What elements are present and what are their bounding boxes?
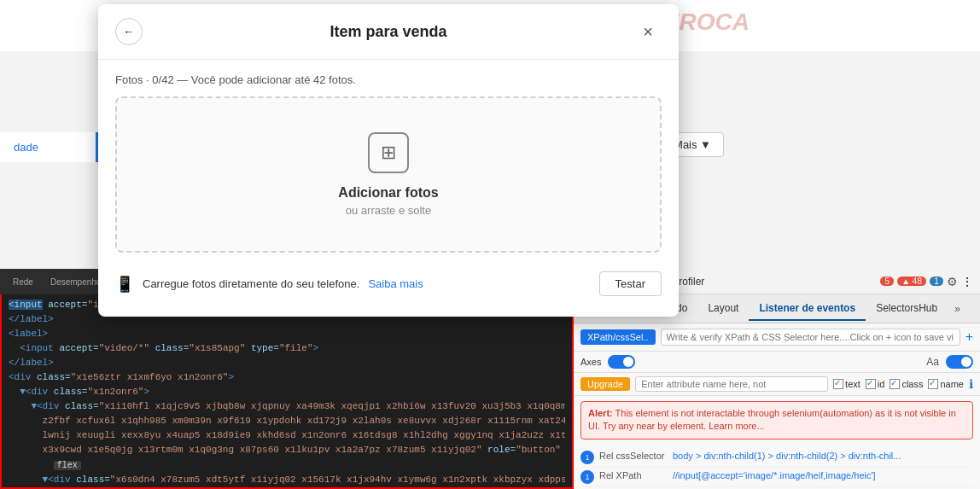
axes-toggle[interactable] bbox=[608, 355, 635, 369]
check-name[interactable]: name bbox=[928, 379, 964, 389]
selector-list: 1 Rel cssSelector body > div:nth-child(1… bbox=[574, 445, 980, 489]
badge-blue1: 1 bbox=[930, 277, 943, 286]
code-line-9: z2fbf xcfux6l x1qhh985 xm0m39n x9f619 x1… bbox=[9, 414, 565, 428]
saiba-mais-link[interactable]: Saiba mais bbox=[368, 277, 423, 290]
axes-row: Axes Aa bbox=[574, 352, 980, 373]
sel-row-1: 1 Rel cssSelector body > div:nth-child(1… bbox=[580, 448, 973, 468]
xpath-input[interactable] bbox=[661, 329, 960, 346]
phone-left: 📱 Carregue fotos diretamente do seu tele… bbox=[115, 275, 423, 294]
xpath-section: XPath/cssSel.. + bbox=[574, 323, 980, 352]
close-button[interactable]: × bbox=[634, 18, 662, 45]
phone-label: Carregue fotos diretamente do seu telefo… bbox=[143, 277, 359, 290]
check-class[interactable]: class bbox=[890, 379, 923, 389]
code-line-10: lwnij xeuugli xexx8yu x4uap5 x18d9ie9 xk… bbox=[9, 428, 565, 443]
badge-red5: 5 bbox=[880, 277, 894, 286]
attribute-input[interactable] bbox=[635, 376, 828, 392]
sel-type-1: Rel cssSelector bbox=[599, 451, 668, 461]
alert-title: Alert: bbox=[588, 408, 613, 418]
code-line-11: x3x9cwd x1e5q0jg x13rtm0m x1q0g3ng x87ps… bbox=[9, 443, 565, 457]
phone-icon: 📱 bbox=[115, 275, 134, 294]
check-id-box[interactable] bbox=[866, 379, 876, 389]
check-text[interactable]: text bbox=[833, 379, 860, 389]
check-class-box[interactable] bbox=[890, 379, 900, 389]
xpath-css-button[interactable]: XPath/cssSel.. bbox=[580, 329, 656, 345]
upload-subtitle: ou arraste e solte bbox=[346, 204, 431, 217]
code-line-3: <label> bbox=[9, 327, 565, 341]
selectorshub-tab[interactable]: SelectorsHub bbox=[866, 297, 948, 321]
dialog-body: Fotos · 0/42 — Você pode adicionar até 4… bbox=[98, 60, 679, 317]
code-line-6: <div class="x1e56ztr x1xmf6yo x1n2onr6"> bbox=[9, 370, 565, 385]
sel-num-2: 1 bbox=[580, 470, 594, 484]
check-name-label: name bbox=[940, 379, 964, 389]
sel-num-1: 1 bbox=[580, 451, 594, 464]
html-code-pane: <input accept="image/*,image/heif,image/… bbox=[0, 294, 574, 489]
info-icon[interactable]: ℹ bbox=[969, 377, 973, 391]
upload-icon: ⊞ bbox=[368, 132, 409, 173]
check-name-box[interactable] bbox=[928, 379, 938, 389]
upgrade-button[interactable]: Upgrade bbox=[580, 377, 630, 391]
upload-area[interactable]: ⊞ Adicionar fotos ou arraste e solte bbox=[115, 96, 662, 253]
photo-count: Fotos · 0/42 — Você pode adicionar até 4… bbox=[115, 73, 662, 86]
item-dialog: ← Item para venda × Fotos · 0/42 — Você … bbox=[98, 4, 679, 317]
code-line-12: flex bbox=[9, 458, 565, 473]
check-class-label: class bbox=[901, 379, 923, 389]
code-line-4: <input accept="video/*" class="x1s85apg"… bbox=[9, 341, 565, 356]
sel-row-2: 1 Rel XPath //input[@accept='image/*.ima… bbox=[580, 468, 973, 487]
aa-icon: Aa bbox=[926, 356, 939, 368]
code-line-5: </label> bbox=[9, 356, 565, 370]
chevron-right-icon[interactable]: » bbox=[948, 298, 967, 320]
check-id-label: id bbox=[878, 379, 885, 389]
sel-value-2: //input[@accept='image/*.image/heif,imag… bbox=[673, 470, 973, 480]
upgrade-row: Upgrade text id class name ℹ bbox=[574, 373, 980, 396]
axes-label: Axes bbox=[580, 357, 601, 367]
dialog-header: ← Item para venda × bbox=[98, 4, 679, 60]
check-text-box[interactable] bbox=[833, 379, 843, 389]
dt-tab-rede[interactable]: Rede bbox=[5, 274, 41, 290]
check-id[interactable]: id bbox=[866, 379, 885, 389]
code-line-7: ▼<div class="x1n2onr6"> bbox=[9, 385, 565, 399]
listener-tab[interactable]: Listener de eventos bbox=[749, 297, 866, 321]
code-line-8: ▼<div class="x1i10hfl x1qjc9v5 xjbqb8w x… bbox=[9, 399, 565, 414]
sidebar-nav: dade bbox=[0, 132, 98, 162]
alert-box: Alert: This element is not interactable … bbox=[580, 401, 973, 440]
sel-type-2: Rel XPath bbox=[599, 470, 668, 480]
add-xpath-button[interactable]: + bbox=[965, 329, 973, 345]
badge-red48: ▲ 48 bbox=[897, 277, 926, 286]
upload-title: Adicionar fotos bbox=[338, 185, 438, 201]
more-icon[interactable]: ⋮ bbox=[961, 275, 973, 288]
dialog-title: Item para venda bbox=[330, 23, 446, 41]
alert-message: This element is not interactable through… bbox=[588, 408, 956, 431]
sidebar-item-dade: dade bbox=[0, 132, 98, 162]
test-button[interactable]: Testar bbox=[599, 271, 662, 296]
aa-toggle[interactable] bbox=[946, 355, 973, 369]
check-text-label: text bbox=[845, 379, 860, 389]
code-line-13: ▼<div class="x6s0dn4 x78zum5 xdt5ytf x1i… bbox=[9, 473, 565, 487]
sel-value-1: body > div:nth-child(1) > div:nth-child(… bbox=[673, 451, 973, 461]
gear-icon[interactable]: ⚙ bbox=[947, 275, 958, 288]
phone-row: 📱 Carregue fotos diretamente do seu tele… bbox=[115, 265, 662, 303]
layout-tab[interactable]: Layout bbox=[697, 297, 749, 321]
back-button[interactable]: ← bbox=[115, 18, 143, 45]
logo: IROCA bbox=[673, 9, 750, 36]
